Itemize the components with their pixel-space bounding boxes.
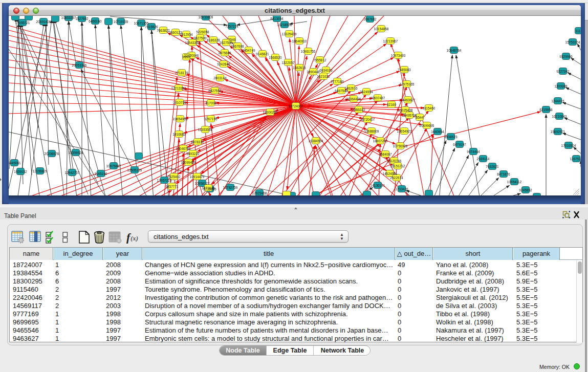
svg-text:1527602: 1527602: [75, 17, 89, 20]
svg-text:18495796: 18495796: [402, 114, 417, 117]
svg-text:7625402: 7625402: [167, 175, 181, 179]
svg-text:7357224: 7357224: [225, 25, 238, 28]
svg-text:2935114: 2935114: [477, 157, 490, 161]
svg-text:7485083: 7485083: [398, 68, 411, 72]
svg-text:9245852: 9245852: [519, 188, 532, 192]
svg-text:14524551: 14524551: [383, 172, 398, 176]
svg-text:9327505: 9327505: [220, 41, 233, 45]
svg-text:9115460: 9115460: [423, 106, 435, 110]
svg-text:15751074: 15751074: [565, 40, 580, 44]
svg-text:1362615: 1362615: [293, 66, 306, 70]
svg-text:10756928: 10756928: [393, 144, 408, 148]
svg-text:18807249: 18807249: [373, 139, 388, 143]
svg-text:417004: 417004: [205, 101, 216, 105]
svg-text:1939152: 1939152: [14, 170, 27, 173]
svg-text:18720407: 18720407: [360, 118, 375, 121]
svg-text:19654923: 19654923: [397, 129, 412, 133]
svg-text:10671355: 10671355: [134, 21, 149, 25]
svg-text:2522514: 2522514: [390, 176, 403, 180]
svg-text:17359928: 17359928: [69, 151, 83, 155]
svg-text:8938923: 8938923: [444, 135, 458, 139]
svg-text:10961755: 10961755: [301, 50, 316, 53]
svg-text:2803144: 2803144: [213, 76, 227, 80]
svg-text:9457771: 9457771: [165, 185, 179, 188]
svg-text:3475685: 3475685: [218, 51, 231, 55]
svg-text:8544: 8544: [416, 116, 424, 119]
svg-text:1990448: 1990448: [307, 70, 320, 74]
svg-text:12213967: 12213967: [383, 39, 398, 43]
svg-text:1571646: 1571646: [202, 186, 215, 190]
svg-text:3624554: 3624554: [360, 90, 373, 94]
svg-text:10025438: 10025438: [398, 108, 413, 112]
svg-text:1209388: 1209388: [554, 84, 568, 88]
svg-text:12505135: 12505135: [127, 168, 142, 172]
svg-text:6466160: 6466160: [89, 19, 102, 23]
svg-text:17016504: 17016504: [561, 144, 576, 147]
svg-text:10154858: 10154858: [374, 27, 389, 31]
svg-text:1640954: 1640954: [431, 130, 444, 134]
svg-text:5226058: 5226058: [196, 30, 209, 34]
svg-text:14463627: 14463627: [401, 98, 416, 102]
svg-text:9777169: 9777169: [331, 80, 344, 83]
svg-text:20053346: 20053346: [72, 63, 87, 67]
svg-text:10654112: 10654112: [507, 180, 522, 184]
svg-text:3267155: 3267155: [204, 117, 217, 121]
svg-text:12156829: 12156829: [33, 169, 48, 173]
svg-text:10607487: 10607487: [371, 96, 385, 100]
svg-text:16543362: 16543362: [185, 41, 200, 45]
svg-text:1167533: 1167533: [570, 157, 581, 161]
svg-text:5493222: 5493222: [186, 152, 200, 156]
svg-text:10688609: 10688609: [364, 129, 379, 133]
svg-text:1733426: 1733426: [395, 187, 408, 191]
svg-text:8427552: 8427552: [208, 89, 222, 93]
svg-text:3912954: 3912954: [180, 33, 193, 36]
svg-text:19384554: 19384554: [309, 139, 323, 143]
svg-text:13325419: 13325419: [282, 32, 297, 36]
svg-text:6934023: 6934023: [319, 69, 333, 72]
svg-text:18724007: 18724007: [289, 104, 303, 108]
svg-text:9227342: 9227342: [556, 70, 570, 73]
svg-text:10853287: 10853287: [61, 16, 76, 19]
svg-text:8215958: 8215958: [539, 108, 553, 112]
svg-text:1916682: 1916682: [172, 133, 186, 136]
svg-text:8454749: 8454749: [242, 49, 255, 52]
svg-text:6497548: 6497548: [335, 89, 348, 93]
svg-text:16782759: 16782759: [223, 186, 238, 189]
svg-text:18640910: 18640910: [292, 39, 307, 43]
svg-text:16151212: 16151212: [390, 164, 405, 168]
svg-text:7632621: 7632621: [486, 165, 499, 168]
svg-text:9890: 9890: [183, 55, 190, 59]
svg-text:10719155: 10719155: [114, 20, 128, 24]
svg-text:11353594: 11353594: [198, 128, 213, 132]
svg-text:16210643: 16210643: [552, 115, 567, 118]
svg-text:9445061: 9445061: [9, 161, 21, 165]
svg-text:8413054: 8413054: [270, 17, 284, 20]
svg-text:1145190: 1145190: [95, 172, 107, 176]
svg-text:12975165: 12975165: [400, 82, 415, 86]
svg-text:1322057: 1322057: [281, 61, 295, 64]
svg-text:2718179: 2718179: [175, 71, 188, 75]
svg-text:2087682: 2087682: [363, 17, 377, 21]
svg-text:19218506: 19218506: [277, 23, 292, 27]
svg-text:20691406: 20691406: [36, 20, 51, 24]
svg-text:19055721: 19055721: [15, 21, 30, 25]
svg-text:20364436: 20364436: [346, 97, 361, 101]
svg-text:12923468: 12923468: [252, 191, 267, 195]
svg-text:16033809: 16033809: [199, 16, 213, 19]
svg-text:(x): (x): [130, 234, 138, 242]
svg-text:9242845: 9242845: [217, 62, 230, 66]
svg-text:8471676: 8471676: [497, 172, 510, 176]
svg-text:12942757: 12942757: [65, 171, 80, 174]
svg-text:14136141: 14136141: [371, 184, 385, 187]
svg-text:3827509: 3827509: [193, 36, 207, 40]
svg-text:9329966: 9329966: [559, 55, 573, 58]
svg-text:9684067: 9684067: [379, 152, 392, 156]
svg-text:16120746: 16120746: [387, 159, 402, 163]
svg-text:6479197: 6479197: [453, 143, 466, 146]
svg-text:62160: 62160: [387, 103, 396, 106]
svg-text:8186328: 8186328: [207, 38, 220, 42]
svg-text:10958127: 10958127: [195, 182, 210, 185]
svg-text:16046788: 16046788: [176, 147, 191, 150]
svg-text:1112: 1112: [575, 29, 581, 33]
svg-text:19654953: 19654953: [173, 117, 188, 121]
